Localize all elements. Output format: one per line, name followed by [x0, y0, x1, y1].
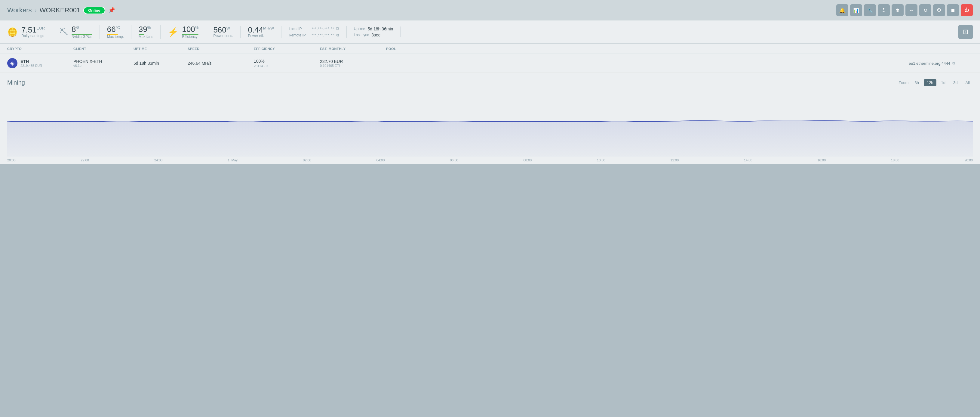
efficiency-label: Efficiency — [182, 35, 199, 39]
zoom-3d[interactable]: 3d — [950, 79, 961, 86]
client-cell: PHOENIX-ETH v6.1b — [73, 59, 134, 67]
status-badge: Online — [83, 6, 105, 14]
last-sync-label: Last sync — [354, 33, 369, 37]
breadcrumb: Workers › WORKER001 Online 📌 — [7, 6, 115, 14]
col-speed: SPEED — [188, 47, 254, 51]
chart-button[interactable]: 📊 — [850, 4, 862, 16]
efficiency-sub: 28114 · 0 — [254, 64, 320, 68]
arrows-button[interactable]: ↔ — [905, 4, 918, 16]
local-ip-copy-icon[interactable]: ⧉ — [336, 26, 339, 31]
zoom-3h[interactable]: 3h — [912, 79, 922, 86]
last-sync-row: Last sync 3sec — [354, 32, 393, 37]
uptime-cell: 5d 18h 33min — [134, 61, 188, 66]
temp-stat: 66°C Max temp. — [107, 25, 131, 39]
uptime-label: Uptime — [354, 27, 365, 31]
crypto-eur: 2219.435 EUR — [21, 64, 42, 67]
stop-button[interactable]: ⏹ — [947, 4, 959, 16]
efficiency-text: 100% Efficiency — [182, 25, 199, 39]
remote-ip-copy-icon[interactable]: ⧉ — [336, 32, 339, 38]
earnings-label: Daily earnings — [21, 34, 45, 38]
efficiency-icon: ⚡ — [168, 27, 178, 37]
efficiency-value: 100% — [254, 59, 320, 64]
x-label-12: 18:00 — [891, 158, 899, 162]
earnings-text: 7.51EUR Daily earnings — [21, 26, 45, 38]
est-eth: 0.101465 ETH — [320, 64, 386, 67]
power-button[interactable]: ⏻ — [961, 4, 973, 16]
temp-text: 66°C Max temp. — [107, 25, 124, 39]
screen-icon: ⊡ — [963, 28, 968, 36]
x-label-9: 12:00 — [671, 158, 679, 162]
x-label-6: 06:00 — [450, 158, 458, 162]
clock-button[interactable]: ⏱ — [878, 4, 890, 16]
screen-button[interactable]: ⊡ — [958, 25, 973, 39]
wrench-button[interactable]: 🔧 — [864, 4, 876, 16]
stats-bar: 🪙 7.51EUR Daily earnings ⛏ 8/8 Nvidia GP… — [0, 21, 980, 44]
power-text: 560W Power cons. — [213, 26, 233, 38]
col-pool: POOL — [386, 47, 955, 51]
uptime-value: 5d 18h 36min — [368, 27, 393, 31]
trash-button[interactable]: 🗑 — [892, 4, 904, 16]
efficiency-value: 100% — [182, 25, 199, 33]
table-row: ◈ ETH 2219.435 EUR PHOENIX-ETH v6.1b 5d … — [0, 54, 980, 73]
ip-group: Local IP ***.***.***.** ⧉ Remote IP ***.… — [289, 26, 347, 38]
zoom-1d[interactable]: 1d — [938, 79, 948, 86]
refresh-button[interactable]: ↻ — [919, 4, 931, 16]
temp-label: Max temp. — [107, 35, 124, 39]
chart-section: Mining Zoom 3h 12h 1d 3d All 20:00 — [0, 73, 980, 164]
crypto-cell: ◈ ETH 2219.435 EUR — [7, 58, 73, 68]
chart-header: Mining Zoom 3h 12h 1d 3d All — [7, 79, 973, 86]
power-value: 560W — [213, 26, 233, 34]
col-est-monthly: EST. MONTHLY — [320, 47, 386, 51]
est-eur: 232.70 EUR — [320, 59, 386, 64]
zoom-12h[interactable]: 12h — [924, 79, 936, 86]
power-eff-stat: 0.44MH/W Power eff. — [248, 26, 282, 38]
chart-svg — [7, 90, 973, 157]
power-eff-label: Power eff. — [248, 34, 274, 38]
zoom-label: Zoom — [899, 80, 908, 85]
power-eff-text: 0.44MH/W Power eff. — [248, 26, 274, 38]
remote-ip-label: Remote IP — [289, 33, 310, 37]
crypto-name: ETH — [21, 59, 42, 64]
col-actions — [955, 47, 973, 51]
earnings-stat: 🪙 7.51EUR Daily earnings — [7, 26, 52, 38]
pool-address: eu1.ethermine.org:4444 — [909, 61, 950, 66]
chart-x-labels: 20:00 22:00 24:00 1. May 02:00 04:00 06:… — [7, 157, 973, 164]
copy-pool-icon[interactable]: ⧉ — [952, 61, 955, 66]
x-label-3: 1. May — [228, 158, 237, 162]
zoom-controls: Zoom 3h 12h 1d 3d All — [899, 79, 973, 86]
x-label-10: 14:00 — [744, 158, 752, 162]
uptime-row: Uptime 5d 18h 36min — [354, 27, 393, 31]
mining-table: CRYPTO CLIENT UPTIME SPEED EFFICIENCY ES… — [0, 44, 980, 73]
last-sync-value: 3sec — [371, 32, 380, 37]
gpus-text: 8/8 Nvidia GPUs — [72, 25, 92, 39]
x-label-7: 08:00 — [523, 158, 532, 162]
crypto-info: ETH 2219.435 EUR — [21, 59, 42, 67]
zoom-all[interactable]: All — [963, 79, 973, 86]
client-name: PHOENIX-ETH — [73, 59, 134, 64]
table-header: CRYPTO CLIENT UPTIME SPEED EFFICIENCY ES… — [0, 44, 980, 54]
chart-area-fill — [7, 121, 973, 157]
power-stat: 560W Power cons. — [213, 26, 240, 38]
breadcrumb-separator: › — [35, 7, 37, 14]
x-label-0: 20:00 — [7, 158, 16, 162]
gpu-icon: ⛏ — [60, 27, 68, 37]
temp-value: 66°C — [107, 25, 124, 33]
x-label-5: 04:00 — [377, 158, 385, 162]
fans-stat: 39% Max fans — [138, 25, 161, 39]
x-label-4: 02:00 — [303, 158, 311, 162]
bell-button[interactable]: 🔔 — [836, 4, 848, 16]
toolbar: 🔔 📊 🔧 ⏱ 🗑 ↔ ↻ ⏲ ⏹ ⏻ — [836, 4, 973, 16]
uptime-group: Uptime 5d 18h 36min Last sync 3sec — [354, 27, 401, 37]
worker-name: WORKER001 — [40, 6, 81, 14]
local-ip-label: Local IP — [289, 27, 310, 31]
col-client: CLIENT — [73, 47, 134, 51]
earnings-value: 7.51EUR — [21, 26, 45, 34]
remote-ip-row: Remote IP ***.***.***.** ⧉ — [289, 32, 339, 38]
fans-label: Max fans — [138, 35, 153, 39]
power-label: Power cons. — [213, 34, 233, 38]
col-efficiency: EFFICIENCY — [254, 47, 320, 51]
gpus-stat: ⛏ 8/8 Nvidia GPUs — [60, 25, 100, 39]
chart-title: Mining — [7, 79, 25, 86]
breadcrumb-root: Workers — [7, 6, 32, 14]
timer-button[interactable]: ⏲ — [933, 4, 945, 16]
